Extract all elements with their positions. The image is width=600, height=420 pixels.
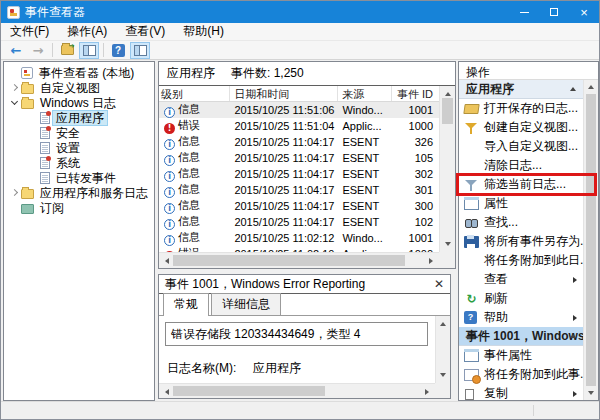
tree-item-apps-services-logs[interactable]: 应用程序和服务日志 [4, 185, 154, 200]
forward-icon: → [33, 44, 44, 57]
scroll-up-icon[interactable] [440, 322, 446, 326]
scroll-down-icon[interactable] [440, 373, 446, 377]
help-icon: ? [112, 44, 125, 57]
table-row[interactable]: 错误 2015/10/25 11:51:04 Applic... 1000 [159, 118, 439, 134]
chevron-right-icon[interactable] [11, 84, 18, 91]
actions-scrollbar[interactable] [583, 80, 598, 400]
details-vertical-scrollbar[interactable] [435, 316, 450, 383]
details-horizontal-scrollbar[interactable] [159, 383, 435, 398]
table-row[interactable]: 信息 2015/10/25 11:04:17 ESENT 301 [159, 182, 439, 198]
scroll-left-icon[interactable] [165, 389, 169, 395]
table-row[interactable]: 信息 2015/10/25 11:02:12 Windo... 1001 [159, 230, 439, 246]
scroll-down-icon[interactable] [588, 391, 594, 395]
scroll-up-icon[interactable] [445, 92, 451, 96]
status-bar-divider [533, 405, 534, 416]
help-icon: ? [464, 311, 477, 324]
tab-general[interactable]: 常规 [163, 293, 209, 316]
action-section-event-1001[interactable]: 事件 1001，Windows ... [459, 327, 583, 346]
folder-icon [21, 99, 34, 109]
log-name-value: 应用程序 [253, 360, 301, 377]
list-title: 应用程序 [167, 65, 215, 82]
action-pane-toggle-button[interactable] [130, 42, 150, 59]
table-row[interactable]: 信息 2015/10/25 11:04:17 ESENT 105 [159, 150, 439, 166]
scroll-right-icon[interactable] [425, 389, 429, 395]
chevron-right-icon[interactable] [11, 189, 18, 196]
tree-root[interactable]: 事件查看器 (本地) [4, 65, 154, 80]
action-create-custom-view[interactable]: 创建自定义视图... [459, 118, 583, 137]
close-button[interactable]: × [569, 1, 599, 23]
action-attach-task-to-log[interactable]: 将任务附加到此日... [459, 251, 583, 270]
column-header-date[interactable]: 日期和时间 [230, 86, 338, 101]
tree-item-application[interactable]: 应用程序 [4, 110, 154, 125]
log-icon [40, 172, 50, 184]
details-close-button[interactable]: ✕ [434, 278, 444, 290]
tab-details[interactable]: 详细信息 [211, 293, 281, 315]
table-row[interactable]: 信息 2015/10/25 11:04:17 ESENT 102 [159, 214, 439, 230]
action-view[interactable]: 查看 [459, 270, 583, 289]
scrollbar-thumb[interactable] [586, 94, 596, 386]
action-attach-task-to-event[interactable]: 将任务附加到此事... [459, 365, 583, 384]
tree-item-windows-logs[interactable]: Windows 日志 [4, 95, 154, 110]
maximize-button[interactable] [539, 1, 569, 23]
menu-item-file[interactable]: 文件(F) [1, 23, 58, 40]
tree-item-custom-views[interactable]: 自定义视图 [4, 80, 154, 95]
scrollbar-thumb[interactable] [173, 386, 325, 396]
export-list-button[interactable] [57, 42, 77, 59]
tree-item-security[interactable]: 安全 [4, 125, 154, 140]
column-header-level[interactable]: 级别 [159, 86, 230, 101]
tree-item-forwarded-events[interactable]: 已转发事件 [4, 170, 154, 185]
row-source: ESENT [338, 136, 392, 148]
table-row[interactable]: 信息 2015/10/25 11:51:06 Windo... 1001 [159, 102, 439, 118]
details-title: 事件 1001，Windows Error Reporting [165, 276, 365, 293]
back-button[interactable]: ← [6, 42, 26, 59]
horizontal-scrollbar[interactable] [159, 252, 439, 268]
console-tree-toggle-button[interactable] [79, 42, 99, 59]
column-header-source[interactable]: 来源 [338, 86, 392, 101]
action-refresh[interactable]: ↻ 刷新 [459, 289, 583, 308]
scroll-up-icon[interactable] [588, 85, 594, 89]
action-section-application[interactable]: 应用程序 [459, 80, 583, 99]
log-icon [40, 157, 50, 169]
scrollbar-corner [439, 252, 455, 268]
action-import-custom-view[interactable]: 导入自定义视图... [459, 137, 583, 156]
scroll-left-icon[interactable] [165, 258, 169, 264]
tree-item-system[interactable]: 系统 [4, 155, 154, 170]
menu-item-action[interactable]: 操作(A) [58, 23, 116, 40]
refresh-icon: ↻ [464, 292, 479, 306]
action-find[interactable]: 查找... [459, 213, 583, 232]
vertical-scrollbar[interactable] [439, 86, 455, 252]
collapse-icon[interactable] [570, 334, 576, 338]
minimize-button[interactable] [509, 1, 539, 23]
row-date: 2015/10/25 11:51:04 [230, 120, 338, 132]
scrollbar-thumb[interactable] [442, 98, 453, 124]
column-header-event-id[interactable]: 事件 ID [392, 86, 439, 101]
scrollbar-thumb[interactable] [173, 255, 405, 266]
tree-item-setup[interactable]: 设置 [4, 140, 154, 155]
action-open-saved-log[interactable]: 打开保存的日志... [459, 99, 583, 118]
menu-item-help[interactable]: 帮助(H) [174, 23, 233, 40]
table-row[interactable]: 信息 2015/10/25 11:04:17 ESENT 326 [159, 134, 439, 150]
collapse-icon[interactable] [570, 87, 576, 91]
window-title: 事件查看器 [25, 4, 85, 21]
table-column-headers: 级别 日期和时间 来源 事件 ID [159, 86, 439, 102]
chevron-down-icon[interactable] [11, 98, 18, 105]
tree-item-subscriptions[interactable]: 订阅 [4, 200, 154, 215]
scroll-right-icon[interactable] [429, 258, 433, 264]
help-toolbar-button[interactable]: ? [108, 42, 128, 59]
action-event-properties[interactable]: 事件属性 [459, 346, 583, 365]
event-message[interactable]: 错误存储段 120334434649，类型 4 [165, 322, 428, 346]
action-save-all-events[interactable]: 将所有事件另存为... [459, 232, 583, 251]
table-row[interactable]: 信息 2015/10/25 11:04:17 ESENT 300 [159, 198, 439, 214]
minimize-icon [520, 12, 529, 13]
menu-item-view[interactable]: 查看(V) [116, 23, 174, 40]
log-name-label: 日志名称(M): [167, 360, 253, 377]
action-help[interactable]: ? 帮助 [459, 308, 583, 327]
close-icon: × [580, 6, 588, 19]
forward-button[interactable]: → [28, 42, 48, 59]
table-row[interactable]: 信息 2015/10/25 11:04:17 ESENT 302 [159, 166, 439, 182]
action-copy[interactable]: 复制 [459, 384, 583, 401]
toolbar-separator [103, 43, 104, 57]
level-text: 信息 [178, 183, 200, 195]
scroll-down-icon[interactable] [445, 242, 451, 246]
action-properties[interactable]: 属性 [459, 194, 583, 213]
